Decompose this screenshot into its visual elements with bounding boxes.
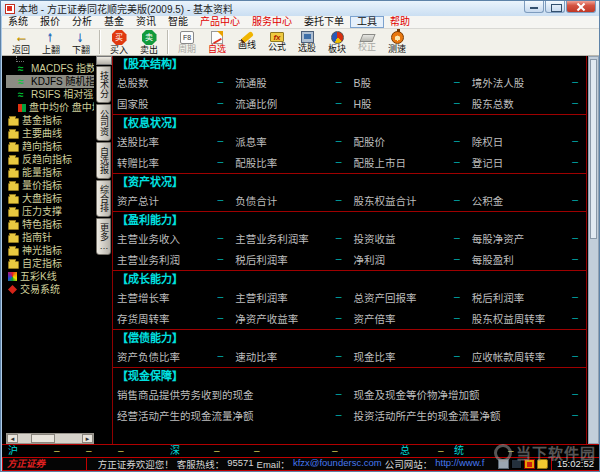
system-icon xyxy=(8,285,17,294)
folder-icon xyxy=(8,261,19,269)
sidebar-item-label: 交易系统 xyxy=(20,283,60,296)
toolbar-button-stopwatch[interactable]: 测速 xyxy=(382,30,412,54)
sidebar-item-4[interactable]: 基金指标 xyxy=(6,114,94,127)
toolbar-button-formula[interactable]: 公式 xyxy=(262,30,292,52)
sidebar-item-0[interactable]: MACDFS 指数平滑 xyxy=(6,62,94,75)
field-value: – xyxy=(217,134,223,149)
data-cell: 速动比率– xyxy=(231,349,349,364)
field-label: 经营活动产生的现金流量净额 xyxy=(117,408,254,423)
service-icon[interactable] xyxy=(524,459,535,469)
toolbar-button-arrow-down[interactable]: 下翻 xyxy=(66,30,96,55)
data-cell: 投资活动所产生的现金流量净额– xyxy=(350,408,587,423)
sidebar-item-17[interactable]: 交易系统 xyxy=(6,283,94,296)
field-label: 股东权益周转率 xyxy=(472,311,546,326)
data-cell: 主营业务利润– xyxy=(113,252,231,267)
toolbar-button-pencil[interactable]: 画线 xyxy=(232,30,262,50)
sidebar-item-3[interactable]: 盘中均价 盘中均 xyxy=(6,101,94,114)
sidebar-item-5[interactable]: 主要曲线 xyxy=(6,127,94,140)
toolbar-label: 测速 xyxy=(382,45,412,54)
menu-item-9[interactable]: 工具 xyxy=(350,16,384,28)
message-bubble-icon[interactable] xyxy=(537,459,548,469)
field-value: – xyxy=(454,193,460,208)
hscroll-right-arrow-icon[interactable]: ► xyxy=(82,434,93,443)
data-cell: 流通比例– xyxy=(231,96,349,111)
email-link[interactable]: kfzx@foundersc.com xyxy=(293,457,382,471)
data-row: 主营增长率–主营利润率–总资产回报率–税后利润率– xyxy=(113,287,586,308)
menu-item-10[interactable]: 帮助 xyxy=(384,16,416,28)
sidebar-item-12[interactable]: 特色指标 xyxy=(6,218,94,231)
website-link[interactable]: http://www.f xyxy=(435,457,484,471)
sidebar-item-9[interactable]: 量价指标 xyxy=(6,179,94,192)
menu-item-6[interactable]: 产品中心 xyxy=(194,16,246,28)
vtab-4[interactable]: 更多… xyxy=(96,218,111,255)
field-value: – xyxy=(454,311,460,326)
data-cell: 主营增长率– xyxy=(113,290,231,305)
sidebar-item-label: 五彩K线 xyxy=(20,270,57,283)
menu-item-0[interactable]: 系统 xyxy=(2,16,34,28)
folder-icon xyxy=(8,196,19,204)
sidebar-item-14[interactable]: 神光指标 xyxy=(6,244,94,257)
data-row: 资产总计–负债合计–股东权益合计–公积金– xyxy=(113,190,586,211)
sidebar-item-2[interactable]: RSIFS 相对强弱 xyxy=(6,88,94,101)
field-label: 配股上市日 xyxy=(354,155,407,170)
hscroll-track[interactable] xyxy=(18,434,82,443)
folder-icon xyxy=(8,131,19,139)
toolbar-button-eraser[interactable]: 校正 xyxy=(352,30,382,52)
sidebar-item-13[interactable]: 指南针 xyxy=(6,231,94,244)
vtab-1[interactable]: 公司资讯 xyxy=(96,104,111,141)
menu-item-5[interactable]: 智能 xyxy=(162,16,194,28)
toolbar-button-monitor[interactable]: 选股 xyxy=(292,30,322,53)
section-3: 【盈利能力】主营业务收入–主营业务利润率–投资收益–每股净资产–主营业务利润–税… xyxy=(113,211,586,270)
toolbar-button-sell[interactable]: 卖出 xyxy=(134,30,164,55)
toolbar-button-f8[interactable]: 周期 xyxy=(172,30,202,54)
field-value: – xyxy=(217,231,223,246)
sidebar-item-11[interactable]: 压力支撑 xyxy=(6,205,94,218)
index-item-5: – xyxy=(214,445,220,457)
menu-item-1[interactable]: 报价 xyxy=(34,16,66,28)
vtab-0[interactable]: 技术分析 xyxy=(96,66,111,103)
maximize-button[interactable] xyxy=(545,1,565,13)
sidebar-item-7[interactable]: 反趋向指标 xyxy=(6,153,94,166)
field-label: 送股比率 xyxy=(117,134,159,149)
field-label: 税后利润率 xyxy=(472,290,525,305)
mail-icon[interactable] xyxy=(511,459,522,469)
close-button[interactable] xyxy=(566,1,596,13)
toolbar-button-pie[interactable]: 板块 xyxy=(322,30,352,54)
menu-item-4[interactable]: 资讯 xyxy=(130,16,162,28)
sidebar-item-6[interactable]: 趋向指标 xyxy=(6,140,94,153)
vscroll-thumb[interactable] xyxy=(590,59,597,239)
sidebar-item-16[interactable]: 五彩K线 xyxy=(6,270,94,283)
field-value: – xyxy=(572,311,578,326)
hscroll-left-arrow-icon[interactable]: ◄ xyxy=(7,434,18,443)
menu-item-3[interactable]: 基金 xyxy=(98,16,130,28)
data-cell: 现金及现金等价物净增加额– xyxy=(350,387,587,402)
field-label: 速动比率 xyxy=(235,349,277,364)
sidebar-item-15[interactable]: 自定指标 xyxy=(6,257,94,270)
sidebar-item-label: 大盘指标 xyxy=(22,192,62,205)
field-value: – xyxy=(217,75,223,90)
field-value: – xyxy=(217,311,223,326)
toolbar-button-buy[interactable]: 买入 xyxy=(104,30,134,55)
vtab-3[interactable]: 综合排名 xyxy=(96,180,111,217)
hscroll-thumb[interactable] xyxy=(31,434,55,443)
field-label: 应收帐款周转率 xyxy=(472,349,546,364)
sidebar-item-1[interactable]: KDJFS 随机指标 xyxy=(6,75,94,88)
field-value: – xyxy=(454,290,460,305)
screenshot-icon[interactable] xyxy=(498,459,509,469)
menu-item-7[interactable]: 服务中心 xyxy=(246,16,298,28)
toolbar-button-arrow-left[interactable]: 返回 xyxy=(6,30,36,55)
minimize-button[interactable] xyxy=(524,1,544,13)
content-vscrollbar[interactable] xyxy=(588,56,599,444)
field-label: 主营业务利润 xyxy=(117,252,180,267)
sidebar-item-label: 趋向指标 xyxy=(22,140,62,153)
sidebar-item-10[interactable]: 大盘指标 xyxy=(6,192,94,205)
arrow-left-icon xyxy=(13,30,30,45)
tree-hscrollbar[interactable]: ◄ ► xyxy=(6,433,94,444)
vtab-2[interactable]: 自选报价 xyxy=(96,142,111,179)
toolbar-button-arrow-up[interactable]: 上翻 xyxy=(36,30,66,55)
menu-item-2[interactable]: 分析 xyxy=(66,16,98,28)
data-row: 存货周转率–净资产收益率–资产倍率–股东权益周转率– xyxy=(113,308,586,329)
toolbar-button-note[interactable]: 自选 xyxy=(202,30,232,54)
sidebar-item-8[interactable]: 能量指标 xyxy=(6,166,94,179)
menu-item-8[interactable]: 委托下单 xyxy=(298,16,350,28)
